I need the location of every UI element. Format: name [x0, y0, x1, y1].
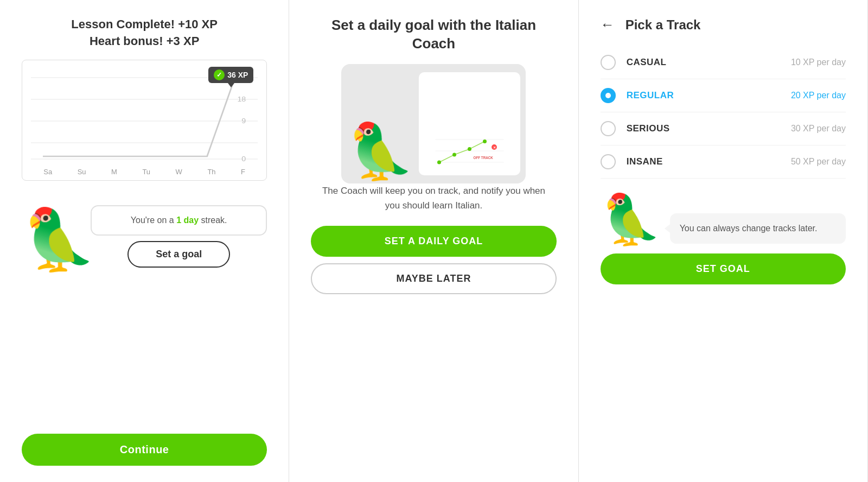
track-xp-insane: 50 XP per day	[791, 157, 846, 167]
streak-message-box: You're on a 1 day streak.	[91, 205, 267, 236]
svg-text:0: 0	[241, 155, 246, 162]
track-panel-header: ← Pick a Track	[601, 16, 846, 33]
coach-chart-card: ✕ OFF TRACK	[419, 72, 520, 175]
svg-point-13	[437, 160, 441, 164]
svg-point-16	[483, 139, 487, 143]
track-xp-casual: 10 XP per day	[791, 58, 846, 67]
track-item-insane[interactable]: INSANE 50 XP per day	[601, 145, 846, 179]
streak-suffix: streak.	[199, 215, 227, 225]
track-item-serious[interactable]: SERIOUS 30 XP per day	[601, 112, 846, 145]
title-line1: Lesson Complete! +10 XP	[71, 17, 218, 31]
track-name-regular: REGULAR	[627, 90, 791, 101]
radio-serious[interactable]	[601, 121, 616, 136]
coach-panel-title: Set a daily goal with the Italian Coach	[311, 16, 556, 53]
set-daily-goal-button[interactable]: SET A DAILY GOAL	[311, 226, 556, 257]
radio-insane[interactable]	[601, 154, 616, 169]
coach-scene: 🦜 ✕ OFF TRACK	[341, 64, 526, 183]
svg-text:OFF TRACK: OFF TRACK	[474, 156, 494, 160]
chart-area: ✓ 36 XP 27 18 9 0	[31, 67, 258, 164]
panel-pick-track: ← Pick a Track CASUAL 10 XP per day REGU…	[579, 0, 868, 482]
track-xp-serious: 30 XP per day	[791, 124, 846, 134]
coach-owl-small: 🦜	[601, 195, 661, 244]
coach-description: The Coach will keep you on track, and no…	[311, 183, 556, 213]
streak-box-area: You're on a 1 day streak. Set a goal	[91, 205, 267, 273]
continue-button[interactable]: Continue	[22, 434, 267, 466]
speech-bubble: You can always change tracks later.	[670, 213, 846, 244]
lesson-complete-title: Lesson Complete! +10 XP Heart bonus! +3 …	[71, 16, 218, 50]
track-item-casual[interactable]: CASUAL 10 XP per day	[601, 46, 846, 79]
coach-chart-svg: ✕ OFF TRACK	[424, 132, 515, 170]
chart-day-labels: Sa Su M Tu W Th F	[31, 168, 258, 176]
streak-owl-area: 🦜 You're on a 1 day streak. Set a goal	[22, 196, 267, 283]
svg-point-14	[452, 153, 456, 156]
track-options-list: CASUAL 10 XP per day REGULAR 20 XP per d…	[601, 46, 846, 179]
set-goal-button[interactable]: Set a goal	[127, 241, 230, 268]
check-icon: ✓	[214, 69, 225, 80]
svg-point-15	[468, 147, 471, 151]
pick-track-title: Pick a Track	[626, 17, 701, 33]
badge-arrow	[228, 83, 234, 87]
xp-value: 36 XP	[227, 71, 248, 79]
svg-text:18: 18	[237, 95, 246, 103]
streak-count: 1 day	[176, 215, 199, 225]
track-item-regular[interactable]: REGULAR 20 XP per day	[601, 79, 846, 112]
streak-prefix: You're on a	[131, 215, 176, 225]
track-name-serious: SERIOUS	[627, 123, 791, 134]
xp-chart-container: ✓ 36 XP 27 18 9 0	[22, 60, 267, 181]
owl-avatar-left: 🦜	[22, 210, 96, 269]
track-bottom-section: 🦜 You can always change tracks later.	[601, 195, 846, 244]
back-button[interactable]: ←	[601, 16, 615, 33]
panel-lesson-complete: Lesson Complete! +10 XP Heart bonus! +3 …	[0, 0, 289, 482]
svg-text:✕: ✕	[493, 145, 496, 149]
maybe-later-button[interactable]: MAYBE LATER	[311, 263, 556, 294]
coach-owl-image: 🦜	[347, 119, 414, 183]
title-line2: Heart bonus! +3 XP	[90, 34, 199, 48]
radio-regular[interactable]	[601, 88, 616, 103]
track-name-insane: INSANE	[627, 156, 791, 167]
xp-badge: ✓ 36 XP	[208, 67, 253, 83]
xp-badge-container: ✓ 36 XP	[208, 67, 253, 87]
svg-text:9: 9	[241, 117, 246, 124]
radio-casual[interactable]	[601, 55, 616, 70]
panel-italian-coach: Set a daily goal with the Italian Coach …	[289, 0, 578, 482]
set-goal-final-button[interactable]: SET GOAL	[601, 253, 846, 284]
track-xp-regular: 20 XP per day	[791, 91, 846, 100]
track-name-casual: CASUAL	[627, 57, 791, 68]
